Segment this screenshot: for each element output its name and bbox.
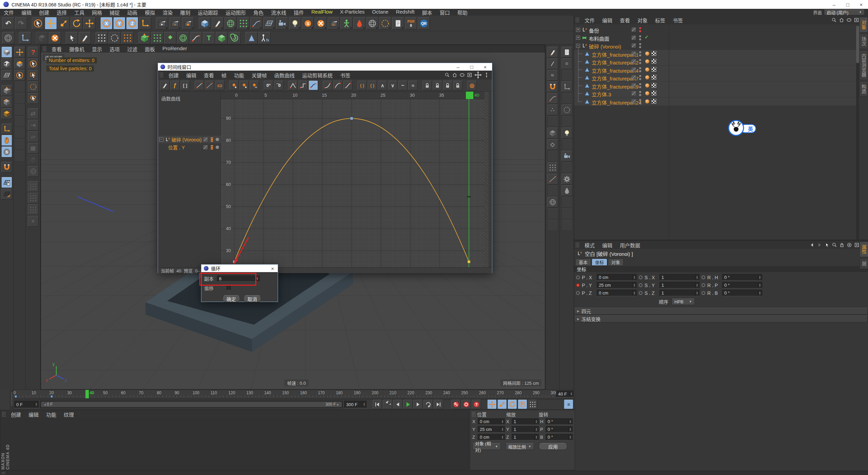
undo-button[interactable]: ↶	[2, 17, 14, 30]
magnet-tool-button[interactable]	[547, 81, 558, 92]
selection-ring-button[interactable]	[379, 17, 391, 30]
arrange-disabled-button[interactable]: ⇥	[28, 120, 39, 131]
spline-swirl-button[interactable]	[229, 32, 241, 44]
mode-texture-button[interactable]	[1, 58, 12, 69]
phong-tag-icon[interactable]	[645, 99, 649, 103]
keyframe-question-button[interactable]: ?	[472, 400, 481, 409]
fx-tool-button[interactable]: fx	[258, 32, 271, 44]
dot-path-button[interactable]	[96, 32, 108, 44]
select-lasso-button[interactable]	[28, 81, 39, 92]
p2-field[interactable]: 0 cm▲▼	[597, 290, 637, 296]
main-menu-item-6[interactable]: 捕捉	[106, 9, 123, 16]
qr-tool-button[interactable]: QR	[418, 17, 430, 30]
attr-add-icon[interactable]	[854, 242, 860, 248]
extrude-tool-button[interactable]	[547, 128, 558, 138]
attr-target-icon[interactable]	[847, 242, 852, 248]
live-selection-button[interactable]	[32, 17, 44, 30]
phong-tag-icon[interactable]	[645, 68, 649, 72]
om-menu-item-5[interactable]: 书签	[669, 17, 687, 24]
pos-1-field[interactable]: 25 cm▲▼	[478, 426, 505, 433]
viewport-menu-item-2[interactable]: 显示	[88, 45, 106, 53]
timeline-menu-item-7[interactable]: 运动剪辑系统	[298, 72, 336, 79]
attr-side-tab-1[interactable]: 层	[860, 258, 868, 269]
texture-tag-icon[interactable]	[651, 91, 656, 96]
minimize-button[interactable]: –	[827, 0, 841, 9]
material-menu-item-3[interactable]: 纹理	[60, 411, 78, 418]
timeline-menu-item-6[interactable]: 函数曲线	[271, 72, 298, 79]
main-menu-item-10[interactable]: 雕刻	[176, 9, 194, 16]
next-frame-button[interactable]	[413, 400, 423, 409]
track-icon[interactable]	[209, 145, 215, 150]
wrap-tool-button[interactable]	[547, 197, 558, 208]
goto-end-button[interactable]	[434, 400, 443, 409]
graph-playhead[interactable]	[466, 92, 473, 99]
timeline-key-20[interactable]	[51, 395, 53, 398]
palette-move-button[interactable]	[14, 47, 25, 58]
circle-points-button[interactable]	[108, 32, 121, 44]
solo-dot[interactable]	[216, 146, 219, 149]
scl-2-field[interactable]: 1▲▼	[512, 434, 539, 440]
add-cube-button[interactable]	[199, 17, 211, 30]
key-rotation-button[interactable]	[508, 400, 517, 409]
autokeying-button[interactable]	[461, 400, 471, 409]
lock-z-axis-button[interactable]: Z	[126, 17, 138, 30]
layout-dropdown[interactable]: 启动 (用户)▼	[824, 10, 865, 15]
lock-tangent-a-button[interactable]	[443, 81, 452, 90]
point-pen-button[interactable]	[79, 32, 91, 44]
texture-tag-icon[interactable]	[651, 99, 656, 104]
layers-tool-button[interactable]: ≡	[561, 58, 572, 69]
loop-dialog-titlebar[interactable]: 循环 ×	[201, 265, 278, 272]
om-home-icon[interactable]	[839, 17, 844, 23]
snap-magnet-button[interactable]	[1, 162, 12, 173]
p0-key-dot[interactable]	[576, 276, 580, 279]
attr-menu-item-0[interactable]: 模式	[581, 242, 598, 249]
key-fcurve-button[interactable]: ƒ	[170, 81, 180, 90]
dots-b-button[interactable]	[28, 193, 39, 204]
graph-scrollbar[interactable]	[485, 92, 489, 267]
material-grip[interactable]	[2, 412, 6, 417]
mute-toggle-icon[interactable]	[631, 59, 636, 65]
visibility-dots[interactable]	[639, 51, 641, 56]
p0-field[interactable]: 0 cm▲▼	[597, 274, 637, 281]
keyframe-0[interactable]	[233, 260, 236, 263]
render-picture-viewer-button[interactable]: +	[169, 17, 181, 30]
rot-1-field[interactable]: 0 °▲▼	[546, 426, 573, 433]
add-floor-button[interactable]	[263, 17, 275, 30]
offset-checkbox[interactable]	[226, 286, 231, 290]
coords-grip[interactable]	[472, 412, 476, 417]
viewport-grip[interactable]	[42, 46, 46, 52]
attr-grip[interactable]	[575, 242, 579, 248]
object-row-5[interactable]: 立方体_fracturepart4	[574, 66, 860, 74]
settings-gear-button[interactable]	[561, 174, 572, 185]
s1-field[interactable]: 1▲▼	[659, 282, 699, 288]
om-menu-item-4[interactable]: 标签	[651, 17, 669, 24]
break-tangents-button[interactable]: ∧	[378, 81, 387, 90]
x-particles-button[interactable]	[315, 17, 327, 30]
render-view-button[interactable]	[156, 17, 168, 30]
key-position-button[interactable]	[487, 400, 497, 409]
s0-field[interactable]: 1▲▼	[659, 274, 699, 281]
lamp-tool-button[interactable]	[561, 128, 572, 138]
coords-mode-dropdown[interactable]: 对象 (相对)▼	[472, 443, 501, 450]
group-quaternion[interactable]: ▶四元	[574, 308, 868, 315]
doc-tool-button[interactable]	[561, 47, 572, 58]
mute-toggle-icon[interactable]	[631, 27, 636, 33]
tangent-linear-button[interactable]	[288, 81, 298, 90]
s2-field[interactable]: 1▲▼	[659, 290, 699, 296]
texture-tag-icon[interactable]	[651, 67, 656, 72]
scl-1-field[interactable]: 1▲▼	[512, 426, 539, 433]
add-camera-button[interactable]	[276, 17, 288, 30]
add-keyframe-all-button[interactable]	[239, 81, 249, 90]
object-row-2[interactable]: −0破碎 (Voronoi)	[574, 42, 860, 50]
visibility-dots[interactable]	[639, 59, 641, 64]
timeline-titlebar[interactable]: 时间线窗口 – □ ×	[158, 63, 492, 71]
tl-frame-icon[interactable]	[467, 72, 472, 78]
zero-length-button[interactable]: ‾0	[274, 81, 283, 90]
redo-button[interactable]: ↷	[15, 17, 27, 30]
select-polygon-button[interactable]	[28, 93, 39, 104]
coordinate-system-button[interactable]	[139, 17, 151, 30]
attr-forward-icon[interactable]	[817, 242, 822, 248]
object-row-0[interactable]: +0备份	[574, 26, 860, 34]
smooth-tool-button[interactable]	[547, 93, 558, 104]
play-cycle-button[interactable]	[423, 400, 433, 409]
